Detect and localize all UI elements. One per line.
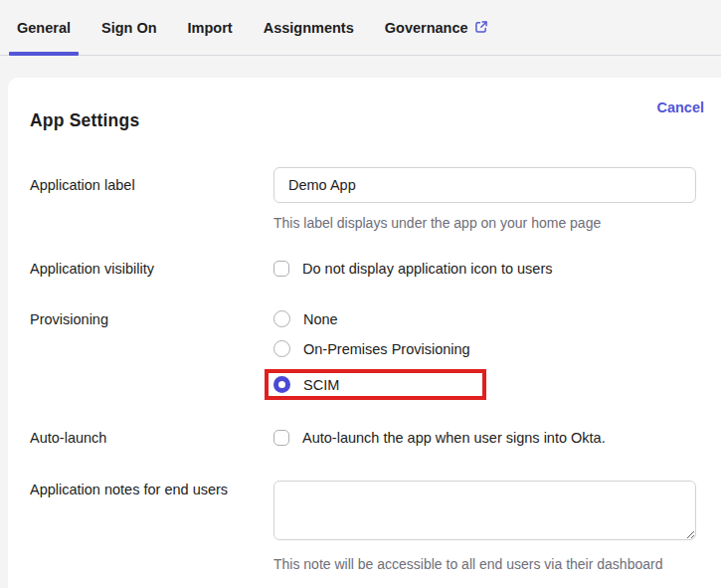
tab-governance[interactable]: Governance bbox=[377, 0, 496, 55]
tab-import[interactable]: Import bbox=[180, 0, 241, 55]
tab-governance-label: Governance bbox=[385, 20, 468, 36]
row-application-label: Application label This label displays un… bbox=[30, 167, 721, 232]
tab-bar: General Sign On Import Assignments Gover… bbox=[0, 0, 721, 56]
tab-sign-on[interactable]: Sign On bbox=[93, 0, 165, 55]
provisioning-label: Provisioning bbox=[30, 310, 273, 328]
provisioning-option-scim[interactable]: SCIM bbox=[273, 376, 339, 393]
page-title: App Settings bbox=[30, 99, 139, 131]
external-link-icon bbox=[474, 20, 488, 34]
visibility-checkbox-label: Do not display application icon to users bbox=[302, 260, 552, 278]
visibility-checkbox[interactable] bbox=[273, 261, 289, 277]
application-label-help: This label displays under the app on you… bbox=[273, 215, 696, 232]
radio-scim[interactable] bbox=[273, 376, 290, 393]
auto-launch-checkbox[interactable] bbox=[273, 430, 289, 446]
tab-sign-on-label: Sign On bbox=[101, 20, 157, 36]
application-label-label: Application label bbox=[30, 167, 273, 194]
provisioning-option-on-premises[interactable]: On-Premises Provisioning bbox=[273, 340, 696, 357]
auto-launch-checkbox-label: Auto-launch the app when user signs into… bbox=[302, 429, 606, 447]
scim-highlight-annotation: SCIM bbox=[265, 369, 486, 400]
panel-header: App Settings Cancel bbox=[30, 99, 704, 131]
application-notes-help: This note will be accessible to all end … bbox=[273, 556, 696, 573]
application-notes-label: Application notes for end users bbox=[30, 481, 273, 498]
application-label-input[interactable] bbox=[273, 167, 696, 203]
provisioning-option-none[interactable]: None bbox=[273, 310, 696, 327]
radio-none-label: None bbox=[303, 311, 338, 327]
tab-general-label: General bbox=[17, 20, 71, 36]
application-notes-textarea[interactable] bbox=[273, 481, 696, 540]
row-application-visibility: Application visibility Do not display ap… bbox=[30, 260, 721, 278]
app-settings-panel: App Settings Cancel Application label Th… bbox=[8, 78, 721, 588]
auto-launch-label: Auto-launch bbox=[30, 429, 273, 447]
radio-on-premises[interactable] bbox=[273, 340, 290, 357]
radio-on-premises-label: On-Premises Provisioning bbox=[303, 341, 470, 357]
row-application-notes: Application notes for end users This not… bbox=[30, 481, 721, 573]
row-provisioning: Provisioning None On-Premises Provisioni… bbox=[30, 310, 721, 400]
cancel-button[interactable]: Cancel bbox=[656, 99, 704, 115]
radio-scim-label: SCIM bbox=[303, 377, 339, 393]
radio-none[interactable] bbox=[273, 310, 290, 327]
tab-assignments[interactable]: Assignments bbox=[256, 0, 362, 55]
tab-assignments-label: Assignments bbox=[264, 20, 354, 36]
row-auto-launch: Auto-launch Auto-launch the app when use… bbox=[30, 429, 721, 447]
application-visibility-label: Application visibility bbox=[30, 260, 273, 278]
tab-import-label: Import bbox=[188, 20, 233, 36]
tab-general[interactable]: General bbox=[9, 0, 79, 55]
